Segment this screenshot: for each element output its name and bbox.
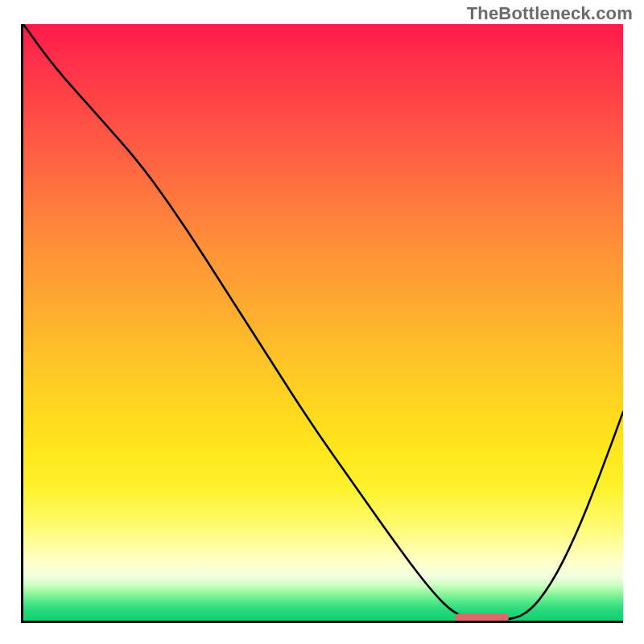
curve-path bbox=[23, 24, 623, 621]
attribution-text: TheBottleneck.com bbox=[467, 3, 633, 24]
chart-container: TheBottleneck.com bbox=[0, 0, 644, 644]
optimal-range-marker bbox=[455, 613, 509, 621]
bottleneck-curve bbox=[23, 24, 623, 621]
plot-area bbox=[23, 24, 623, 621]
